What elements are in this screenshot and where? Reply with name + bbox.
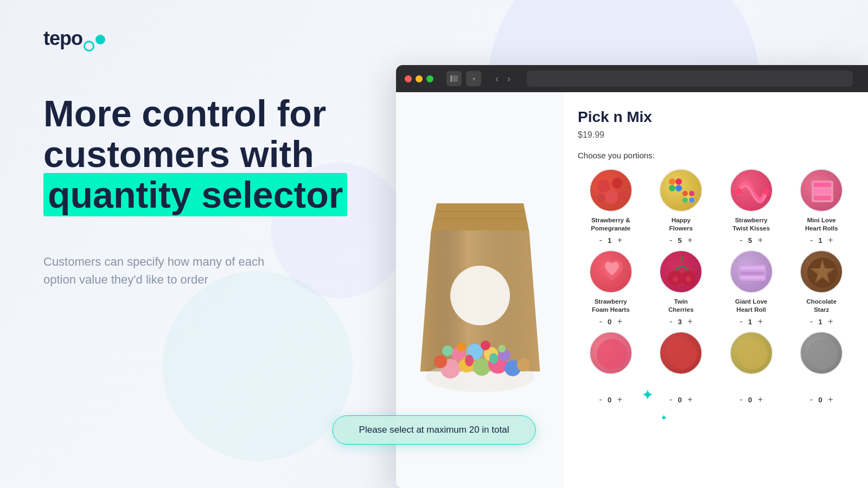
qty-plus-3[interactable]: + xyxy=(827,236,834,245)
qty-plus-0[interactable]: + xyxy=(616,236,623,245)
qty-minus-10[interactable]: - xyxy=(738,395,743,404)
qty-minus-0[interactable]: - xyxy=(598,236,603,245)
qty-minus-4[interactable]: - xyxy=(598,317,603,326)
qty-plus-8[interactable]: + xyxy=(616,395,623,404)
svg-point-29 xyxy=(597,194,605,202)
maximize-button[interactable] xyxy=(426,75,433,82)
candy-item-3: Mini LoveHeart Rolls-1+ xyxy=(789,169,855,245)
candy-name-7: ChocolateStarz xyxy=(806,298,837,314)
candy-image-4 xyxy=(589,250,633,293)
qty-value-11: 0 xyxy=(817,396,824,404)
main-heading: More control for customers with quantity… xyxy=(43,93,353,215)
candy-item-10: -0+ xyxy=(718,331,784,404)
product-details[interactable]: Pick n Mix $19.99 Choose you portions: S… xyxy=(564,92,868,488)
qty-control-3: -1+ xyxy=(809,236,834,245)
candy-item-0: Strawberry &Pomegranate-1+ xyxy=(578,169,644,245)
browser-nav: ‹ › xyxy=(492,72,514,86)
qty-value-3: 1 xyxy=(817,236,824,245)
svg-point-61 xyxy=(807,339,838,369)
qty-control-6: -1+ xyxy=(738,317,764,326)
svg-rect-43 xyxy=(814,183,831,187)
forward-button[interactable]: › xyxy=(504,72,514,86)
browser-controls: ▾ xyxy=(446,71,481,86)
qty-minus-8[interactable]: - xyxy=(598,395,603,404)
qty-minus-9[interactable]: - xyxy=(668,395,673,404)
qty-plus-5[interactable]: + xyxy=(686,317,693,326)
qty-control-4: -0+ xyxy=(598,317,623,326)
logo: tepo xyxy=(43,27,353,50)
qty-control-11: -0+ xyxy=(809,395,834,404)
items-grid: Strawberry &Pomegranate-1+ HappyFlowers-… xyxy=(578,169,854,404)
qty-plus-1[interactable]: + xyxy=(686,236,693,245)
qty-minus-5[interactable]: - xyxy=(668,317,673,326)
qty-plus-2[interactable]: + xyxy=(757,236,764,245)
candy-name-2: StrawberryTwist Kisses xyxy=(732,216,770,233)
candy-name-5: TwinCherries xyxy=(668,298,694,314)
qty-plus-9[interactable]: + xyxy=(686,395,693,404)
candy-item-1: HappyFlowers-5+ xyxy=(648,169,714,245)
candy-item-11: -0+ xyxy=(789,331,855,404)
traffic-lights xyxy=(405,75,433,82)
qty-value-1: 5 xyxy=(676,236,683,245)
svg-rect-52 xyxy=(741,266,764,269)
qty-value-6: 1 xyxy=(747,318,754,326)
qty-plus-10[interactable]: + xyxy=(757,395,764,404)
qty-value-2: 5 xyxy=(747,236,754,245)
svg-point-31 xyxy=(669,178,675,185)
qty-value-7: 1 xyxy=(817,318,824,326)
svg-rect-45 xyxy=(814,196,831,200)
qty-control-7: -1+ xyxy=(809,317,834,326)
candy-image-7 xyxy=(800,250,843,293)
qty-control-1: -5+ xyxy=(668,236,694,245)
svg-point-21 xyxy=(489,353,498,364)
qty-value-10: 0 xyxy=(747,396,754,404)
svg-point-39 xyxy=(689,197,694,203)
url-bar[interactable] xyxy=(527,70,853,87)
svg-point-27 xyxy=(604,190,618,204)
qty-plus-7[interactable]: + xyxy=(827,317,834,326)
candy-name-3: Mini LoveHeart Rolls xyxy=(805,216,838,233)
sidebar-toggle-chevron[interactable]: ▾ xyxy=(466,71,481,86)
svg-point-40 xyxy=(736,188,742,195)
minimize-button[interactable] xyxy=(416,75,423,82)
candy-name-4: StrawberryFoam Hearts xyxy=(592,298,630,314)
qty-plus-6[interactable]: + xyxy=(757,317,764,326)
candy-name-1: HappyFlowers xyxy=(669,216,693,233)
qty-plus-4[interactable]: + xyxy=(616,317,623,326)
qty-control-5: -3+ xyxy=(668,317,694,326)
heading-highlight: quantity selector xyxy=(43,173,347,216)
qty-value-9: 0 xyxy=(676,396,683,404)
qty-minus-3[interactable]: - xyxy=(809,236,814,245)
candy-item-4: StrawberryFoam Hearts-0+ xyxy=(578,250,644,326)
svg-rect-44 xyxy=(814,189,831,194)
svg-point-4 xyxy=(450,266,510,325)
product-title: Pick n Mix xyxy=(578,108,854,126)
svg-point-26 xyxy=(612,178,623,189)
qty-control-9: -0+ xyxy=(668,395,694,404)
candy-item-5: TwinCherries-3+ xyxy=(648,250,714,326)
qty-minus-2[interactable]: - xyxy=(738,236,743,245)
candy-item-7: ChocolateStarz-1+ xyxy=(789,250,855,326)
svg-point-38 xyxy=(682,197,688,203)
qty-minus-6[interactable]: - xyxy=(738,317,743,326)
candy-image-5 xyxy=(659,250,703,293)
sidebar-toggle-button[interactable] xyxy=(446,71,462,86)
svg-point-33 xyxy=(669,185,675,191)
svg-rect-1 xyxy=(453,75,458,82)
svg-rect-53 xyxy=(741,272,764,275)
qty-minus-7[interactable]: - xyxy=(809,317,814,326)
qty-minus-1[interactable]: - xyxy=(668,236,673,245)
svg-point-58 xyxy=(597,339,627,369)
svg-point-49 xyxy=(673,277,678,282)
heading-line1: More control for xyxy=(43,93,326,134)
product-price: $19.99 xyxy=(578,130,854,140)
qty-control-8: -0+ xyxy=(598,395,623,404)
svg-point-59 xyxy=(667,339,697,369)
candy-item-6: Giant LoveHeart Roll-1+ xyxy=(718,250,784,326)
back-button[interactable]: ‹ xyxy=(492,72,502,86)
candy-image-2 xyxy=(730,169,773,212)
qty-minus-11[interactable]: - xyxy=(809,395,814,404)
candies-pile-svg xyxy=(418,323,542,393)
qty-plus-11[interactable]: + xyxy=(827,395,834,404)
close-button[interactable] xyxy=(405,75,412,82)
